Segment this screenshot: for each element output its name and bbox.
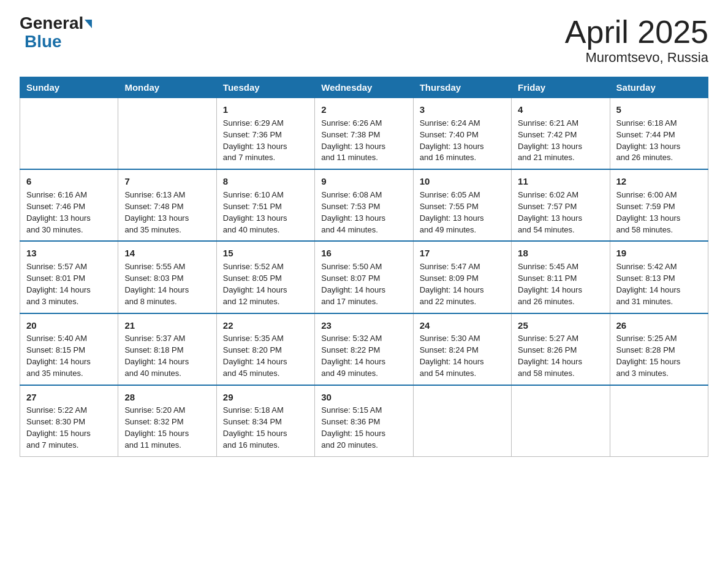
day-info: Sunrise: 5:40 AM: [26, 333, 112, 345]
calendar-empty-cell: [118, 98, 216, 170]
day-info: Sunset: 8:20 PM: [223, 345, 308, 356]
day-number: 26: [616, 319, 702, 332]
calendar-empty-cell: [512, 385, 610, 457]
day-number: 17: [420, 247, 505, 260]
day-info: Sunrise: 6:13 AM: [124, 190, 210, 201]
day-number: 29: [223, 391, 308, 404]
calendar-week-row: 13Sunrise: 5:57 AMSunset: 8:01 PMDayligh…: [20, 241, 708, 313]
day-info: Daylight: 14 hours: [518, 356, 603, 368]
calendar-day-16: 16Sunrise: 5:50 AMSunset: 8:07 PMDayligh…: [315, 241, 413, 313]
day-info: Sunset: 7:57 PM: [518, 201, 603, 213]
page-header: General Blue April 2025 Muromtsevo, Russ…: [20, 15, 708, 66]
day-info: and 12 minutes.: [223, 296, 308, 308]
day-info: and 49 minutes.: [420, 224, 505, 236]
day-info: and 45 minutes.: [223, 368, 308, 380]
calendar-day-17: 17Sunrise: 5:47 AMSunset: 8:09 PMDayligh…: [413, 241, 511, 313]
day-info: and 11 minutes.: [321, 152, 406, 164]
day-info: Daylight: 14 hours: [223, 285, 308, 296]
day-number: 24: [420, 319, 505, 332]
day-info: Daylight: 15 hours: [616, 356, 702, 368]
day-info: Sunrise: 5:47 AM: [420, 261, 505, 273]
weekday-header-friday: Friday: [512, 77, 610, 98]
day-info: Sunset: 8:26 PM: [518, 345, 603, 356]
logo: General Blue: [20, 15, 92, 52]
calendar-day-28: 28Sunrise: 5:20 AMSunset: 8:32 PMDayligh…: [118, 385, 216, 457]
day-info: Sunrise: 6:02 AM: [518, 190, 603, 201]
day-info: Sunrise: 6:08 AM: [321, 190, 406, 201]
day-info: Sunrise: 6:29 AM: [223, 118, 308, 129]
title-area: April 2025 Muromtsevo, Russia: [565, 15, 708, 66]
day-info: Daylight: 13 hours: [616, 141, 702, 153]
calendar-day-19: 19Sunrise: 5:42 AMSunset: 8:13 PMDayligh…: [610, 241, 708, 313]
day-info: Sunset: 7:51 PM: [223, 201, 308, 213]
day-info: Sunrise: 5:50 AM: [321, 261, 406, 273]
day-info: Sunrise: 6:26 AM: [321, 118, 406, 129]
day-info: Daylight: 13 hours: [321, 213, 406, 224]
day-info: Sunrise: 5:20 AM: [124, 405, 210, 416]
day-info: Sunset: 7:36 PM: [223, 129, 308, 141]
calendar-day-7: 7Sunrise: 6:13 AMSunset: 7:48 PMDaylight…: [118, 169, 216, 241]
weekday-header-saturday: Saturday: [610, 77, 708, 98]
calendar-day-8: 8Sunrise: 6:10 AMSunset: 7:51 PMDaylight…: [216, 169, 314, 241]
day-info: Daylight: 14 hours: [223, 356, 308, 368]
day-info: Daylight: 14 hours: [420, 356, 505, 368]
day-info: Daylight: 15 hours: [124, 428, 210, 440]
calendar-day-22: 22Sunrise: 5:35 AMSunset: 8:20 PMDayligh…: [216, 313, 314, 385]
calendar-day-9: 9Sunrise: 6:08 AMSunset: 7:53 PMDaylight…: [315, 169, 413, 241]
day-info: and 7 minutes.: [223, 152, 308, 164]
calendar-day-10: 10Sunrise: 6:05 AMSunset: 7:55 PMDayligh…: [413, 169, 511, 241]
calendar-day-20: 20Sunrise: 5:40 AMSunset: 8:15 PMDayligh…: [20, 313, 118, 385]
day-info: and 54 minutes.: [420, 368, 505, 380]
weekday-header-sunday: Sunday: [20, 77, 118, 98]
day-number: 20: [26, 319, 112, 332]
day-info: Sunrise: 5:25 AM: [616, 333, 702, 345]
day-info: Sunset: 7:46 PM: [26, 201, 112, 213]
day-number: 27: [26, 391, 112, 404]
day-info: and 30 minutes.: [26, 224, 112, 236]
day-number: 7: [124, 175, 210, 188]
calendar-day-25: 25Sunrise: 5:27 AMSunset: 8:26 PMDayligh…: [512, 313, 610, 385]
day-info: Daylight: 14 hours: [321, 356, 406, 368]
day-info: Daylight: 13 hours: [26, 213, 112, 224]
day-info: Sunrise: 6:16 AM: [26, 190, 112, 201]
calendar-day-26: 26Sunrise: 5:25 AMSunset: 8:28 PMDayligh…: [610, 313, 708, 385]
day-number: 13: [26, 247, 112, 260]
day-info: and 11 minutes.: [124, 440, 210, 451]
day-info: Sunset: 8:05 PM: [223, 273, 308, 285]
day-info: Sunset: 8:09 PM: [420, 273, 505, 285]
day-info: Sunset: 8:13 PM: [616, 273, 702, 285]
day-number: 25: [518, 319, 603, 332]
logo-general-text: General: [20, 15, 83, 32]
day-info: Sunset: 7:38 PM: [321, 129, 406, 141]
calendar-week-row: 20Sunrise: 5:40 AMSunset: 8:15 PMDayligh…: [20, 313, 708, 385]
day-number: 30: [321, 391, 406, 404]
logo-blue-text: Blue: [25, 32, 62, 51]
day-info: Daylight: 13 hours: [420, 141, 505, 153]
day-info: Daylight: 13 hours: [223, 213, 308, 224]
day-info: Sunrise: 5:18 AM: [223, 405, 308, 416]
calendar-header-row: SundayMondayTuesdayWednesdayThursdayFrid…: [20, 77, 708, 98]
day-info: Daylight: 15 hours: [26, 428, 112, 440]
weekday-header-monday: Monday: [118, 77, 216, 98]
day-info: Sunrise: 5:55 AM: [124, 261, 210, 273]
page-subtitle: Muromtsevo, Russia: [565, 50, 708, 66]
day-info: Daylight: 14 hours: [26, 285, 112, 296]
calendar-day-27: 27Sunrise: 5:22 AMSunset: 8:30 PMDayligh…: [20, 385, 118, 457]
day-info: Sunrise: 5:52 AM: [223, 261, 308, 273]
calendar-day-4: 4Sunrise: 6:21 AMSunset: 7:42 PMDaylight…: [512, 98, 610, 170]
day-number: 1: [223, 103, 308, 117]
day-number: 12: [616, 175, 702, 188]
day-info: Daylight: 14 hours: [518, 285, 603, 296]
day-info: Sunset: 7:59 PM: [616, 201, 702, 213]
day-number: 19: [616, 247, 702, 260]
day-number: 21: [124, 319, 210, 332]
day-info: Sunset: 8:36 PM: [321, 416, 406, 428]
day-info: Sunset: 8:30 PM: [26, 416, 112, 428]
calendar-day-21: 21Sunrise: 5:37 AMSunset: 8:18 PMDayligh…: [118, 313, 216, 385]
day-info: Sunrise: 5:42 AM: [616, 261, 702, 273]
day-info: and 58 minutes.: [616, 224, 702, 236]
day-info: Sunset: 7:44 PM: [616, 129, 702, 141]
day-info: Sunset: 7:55 PM: [420, 201, 505, 213]
day-number: 9: [321, 175, 406, 188]
day-info: Sunrise: 5:37 AM: [124, 333, 210, 345]
